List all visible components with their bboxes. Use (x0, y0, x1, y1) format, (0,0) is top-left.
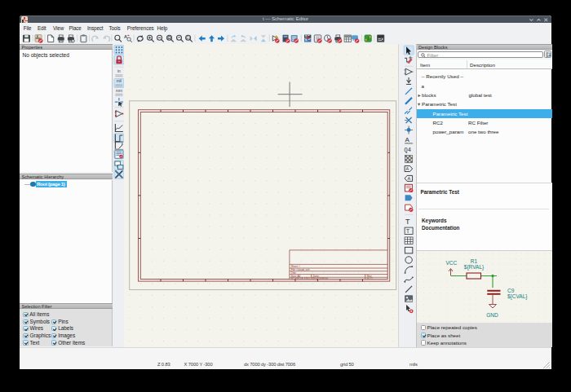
svg-text:${CVAL}: ${CVAL} (507, 293, 528, 300)
svg-text:${RVAL}: ${RVAL} (463, 263, 484, 270)
svg-text:mil: mil (116, 79, 121, 83)
svg-text:T: T (406, 228, 409, 234)
svg-text:T: T (405, 218, 410, 226)
svg-text:A: A (406, 166, 409, 171)
svg-text:GND: GND (486, 312, 498, 318)
svg-text:Id: 1/1: Id: 1/1 (367, 276, 374, 280)
svg-text:KiCad E.D.A. 9.99.0-3309-g41b7: KiCad E.D.A. 9.99.0-3309-g41b79600d (291, 276, 329, 280)
svg-text:in: in (117, 69, 121, 73)
svg-text:C9: C9 (507, 287, 515, 293)
svg-text:A: A (408, 175, 411, 180)
svg-text:A: A (124, 34, 127, 39)
svg-text:A: A (405, 135, 410, 143)
svg-text:VCC: VCC (445, 260, 457, 266)
svg-text:Q4: Q4 (405, 146, 411, 152)
svg-text:R1: R1 (470, 258, 477, 263)
svg-text:mm: mm (116, 88, 122, 92)
